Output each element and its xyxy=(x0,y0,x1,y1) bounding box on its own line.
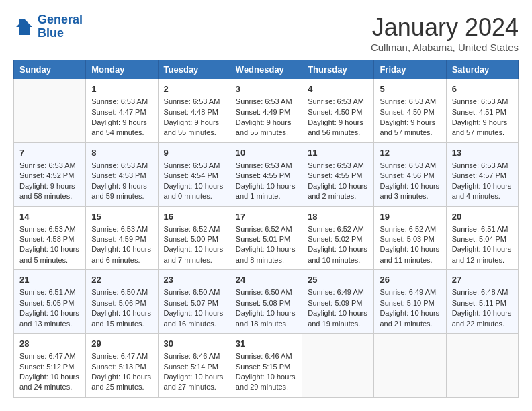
day-info: Sunset: 5:00 PM xyxy=(164,234,224,244)
day-info: Sunrise: 6:53 AM xyxy=(19,224,80,234)
day-info: and 16 minutes. xyxy=(164,319,224,329)
day-info: Sunset: 5:09 PM xyxy=(308,298,368,308)
calendar-cell: 14Sunrise: 6:53 AMSunset: 4:58 PMDayligh… xyxy=(14,206,86,270)
day-info: and 55 minutes. xyxy=(236,128,296,138)
day-info: Sunrise: 6:47 AM xyxy=(91,351,152,361)
day-info: Daylight: 10 hours xyxy=(308,308,368,318)
day-number: 26 xyxy=(380,274,440,286)
day-info: Sunrise: 6:53 AM xyxy=(452,161,513,171)
calendar-cell xyxy=(302,334,374,398)
logo: General Blue xyxy=(13,13,83,40)
day-info: and 15 minutes. xyxy=(91,319,152,329)
day-info: and 27 minutes. xyxy=(164,382,224,392)
day-info: Sunrise: 6:53 AM xyxy=(308,161,368,171)
day-info: Sunset: 5:14 PM xyxy=(164,362,224,372)
calendar-cell: 1Sunrise: 6:53 AMSunset: 4:47 PMDaylight… xyxy=(86,79,158,143)
calendar-week-row: 21Sunrise: 6:51 AMSunset: 5:05 PMDayligh… xyxy=(14,270,519,334)
calendar-cell: 13Sunrise: 6:53 AMSunset: 4:57 PMDayligh… xyxy=(446,142,518,206)
day-info: Daylight: 10 hours xyxy=(19,308,80,318)
day-info: and 6 minutes. xyxy=(91,255,152,265)
calendar-cell: 20Sunrise: 6:51 AMSunset: 5:04 PMDayligh… xyxy=(446,206,518,270)
day-info: Daylight: 10 hours xyxy=(380,308,440,318)
calendar-cell: 31Sunrise: 6:46 AMSunset: 5:15 PMDayligh… xyxy=(230,334,302,398)
day-info: and 1 minute. xyxy=(236,191,296,201)
day-info: Sunrise: 6:52 AM xyxy=(380,224,440,234)
day-info: Sunset: 5:12 PM xyxy=(19,362,80,372)
day-info: and 24 minutes. xyxy=(19,382,80,392)
day-info: and 2 minutes. xyxy=(308,191,368,201)
calendar-week-row: 1Sunrise: 6:53 AMSunset: 4:47 PMDaylight… xyxy=(14,79,519,143)
day-number: 3 xyxy=(236,83,296,95)
day-info: Sunset: 4:59 PM xyxy=(91,234,152,244)
day-info: Sunrise: 6:46 AM xyxy=(164,351,224,361)
day-number: 4 xyxy=(308,83,368,95)
day-info: Sunset: 4:48 PM xyxy=(164,107,224,118)
calendar-cell: 5Sunrise: 6:53 AMSunset: 4:50 PMDaylight… xyxy=(374,79,446,143)
calendar-cell: 17Sunrise: 6:52 AMSunset: 5:01 PMDayligh… xyxy=(230,206,302,270)
month-title: January 2024 xyxy=(371,13,519,42)
day-number: 12 xyxy=(380,147,440,159)
calendar-cell xyxy=(14,79,86,143)
calendar-cell: 19Sunrise: 6:52 AMSunset: 5:03 PMDayligh… xyxy=(374,206,446,270)
day-info: Sunrise: 6:53 AM xyxy=(236,97,296,107)
day-info: Sunset: 4:52 PM xyxy=(19,171,80,181)
calendar-cell: 22Sunrise: 6:50 AMSunset: 5:06 PMDayligh… xyxy=(86,270,158,334)
day-info: Daylight: 10 hours xyxy=(236,308,296,318)
day-info: and 3 minutes. xyxy=(380,191,440,201)
day-info: Daylight: 9 hours xyxy=(452,118,513,128)
calendar-cell: 23Sunrise: 6:50 AMSunset: 5:07 PMDayligh… xyxy=(158,270,230,334)
day-number: 8 xyxy=(91,147,152,159)
day-info: Sunset: 4:57 PM xyxy=(452,171,513,181)
day-number: 30 xyxy=(164,338,224,350)
day-number: 2 xyxy=(164,83,224,95)
calendar-cell: 9Sunrise: 6:53 AMSunset: 4:54 PMDaylight… xyxy=(158,142,230,206)
svg-rect-2 xyxy=(19,19,24,24)
day-number: 29 xyxy=(91,338,152,350)
day-info: Sunrise: 6:48 AM xyxy=(452,287,513,298)
day-info: Daylight: 10 hours xyxy=(19,372,80,382)
day-info: Sunset: 4:50 PM xyxy=(380,107,440,118)
column-header-tuesday: Tuesday xyxy=(158,60,230,79)
day-info: Sunrise: 6:52 AM xyxy=(164,224,224,234)
day-info: Daylight: 9 hours xyxy=(19,181,80,191)
calendar-cell xyxy=(446,334,518,398)
calendar-cell: 16Sunrise: 6:52 AMSunset: 5:00 PMDayligh… xyxy=(158,206,230,270)
calendar-cell: 3Sunrise: 6:53 AMSunset: 4:49 PMDaylight… xyxy=(230,79,302,143)
day-info: and 4 minutes. xyxy=(452,191,513,201)
day-info: Sunset: 4:47 PM xyxy=(91,107,152,118)
day-info: and 57 minutes. xyxy=(452,128,513,138)
day-info: Daylight: 9 hours xyxy=(164,118,224,128)
calendar-cell: 2Sunrise: 6:53 AMSunset: 4:48 PMDaylight… xyxy=(158,79,230,143)
day-number: 5 xyxy=(380,83,440,95)
day-info: Daylight: 10 hours xyxy=(236,372,296,382)
calendar-cell: 28Sunrise: 6:47 AMSunset: 5:12 PMDayligh… xyxy=(14,334,86,398)
logo-general: General xyxy=(38,13,83,26)
day-info: Sunrise: 6:53 AM xyxy=(19,161,80,171)
day-number: 18 xyxy=(308,211,368,223)
day-number: 20 xyxy=(452,211,513,223)
day-info: Sunset: 5:01 PM xyxy=(236,234,296,244)
day-info: Sunset: 4:53 PM xyxy=(91,171,152,181)
day-info: and 7 minutes. xyxy=(164,255,224,265)
day-info: Daylight: 10 hours xyxy=(91,308,152,318)
title-block: January 2024 Cullman, Alabama, United St… xyxy=(371,13,519,53)
day-info: Sunrise: 6:51 AM xyxy=(452,224,513,234)
day-number: 11 xyxy=(308,147,368,159)
day-info: and 58 minutes. xyxy=(19,191,80,201)
day-info: Daylight: 10 hours xyxy=(91,244,152,255)
day-info: Sunrise: 6:53 AM xyxy=(164,97,224,107)
day-number: 10 xyxy=(236,147,296,159)
day-info: Sunrise: 6:53 AM xyxy=(452,97,513,107)
day-number: 1 xyxy=(91,83,152,95)
day-info: Sunrise: 6:50 AM xyxy=(91,287,152,298)
day-number: 15 xyxy=(91,211,152,223)
day-info: Sunrise: 6:50 AM xyxy=(236,287,296,298)
day-info: Sunrise: 6:51 AM xyxy=(19,287,80,298)
calendar-week-row: 28Sunrise: 6:47 AMSunset: 5:12 PMDayligh… xyxy=(14,334,519,398)
day-info: and 29 minutes. xyxy=(236,382,296,392)
day-info: Sunset: 5:15 PM xyxy=(236,362,296,372)
day-info: Sunset: 4:50 PM xyxy=(308,107,368,118)
day-info: Daylight: 10 hours xyxy=(452,308,513,318)
day-info: Sunset: 5:10 PM xyxy=(380,298,440,308)
day-number: 21 xyxy=(19,274,80,286)
